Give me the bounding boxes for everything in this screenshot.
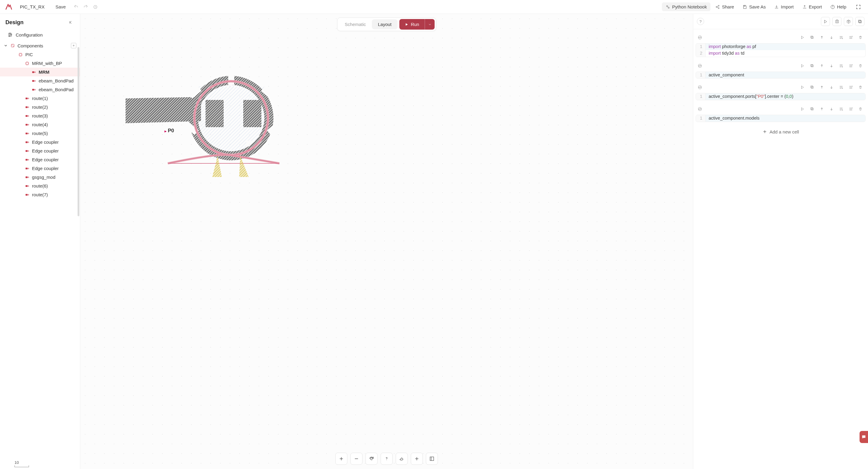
tree-item[interactable]: route(5) bbox=[0, 129, 80, 138]
move-down-button[interactable] bbox=[828, 62, 835, 70]
copy-cell-button[interactable] bbox=[808, 83, 816, 91]
tree-item[interactable]: ebeam_BondPad bbox=[0, 85, 80, 94]
save-button[interactable]: Save bbox=[52, 2, 69, 11]
svg-point-34 bbox=[28, 142, 29, 143]
export-button[interactable]: Export bbox=[799, 2, 826, 11]
insert-below-button[interactable] bbox=[847, 33, 855, 41]
move-down-button[interactable] bbox=[828, 105, 835, 113]
cube-button[interactable] bbox=[844, 17, 853, 26]
tree-item[interactable]: Edge coupler bbox=[0, 138, 80, 146]
run-cell-button[interactable] bbox=[799, 62, 806, 70]
tree-item[interactable]: Edge coupler bbox=[0, 146, 80, 155]
insert-below-button[interactable] bbox=[847, 62, 855, 70]
tree-item[interactable]: route(6) bbox=[0, 181, 80, 190]
eraser-button[interactable] bbox=[396, 453, 408, 465]
copy-cell-button[interactable] bbox=[808, 105, 816, 113]
tree-item[interactable]: Edge coupler bbox=[0, 164, 80, 173]
run-dropdown-button[interactable] bbox=[425, 19, 435, 30]
canvas-help-button[interactable] bbox=[380, 453, 393, 465]
add-component-button[interactable]: + bbox=[71, 43, 76, 48]
tree-item[interactable]: MRM bbox=[0, 68, 80, 77]
insert-above-button[interactable] bbox=[837, 33, 845, 41]
insert-above-button[interactable] bbox=[837, 105, 845, 113]
tree-item-label: gsgsg_mod bbox=[32, 175, 56, 180]
components-header[interactable]: Components + bbox=[0, 41, 80, 50]
run-cell-button[interactable] bbox=[799, 33, 806, 41]
sidebar-collapse-button[interactable] bbox=[67, 19, 74, 26]
move-up-button[interactable] bbox=[818, 83, 826, 91]
share-button[interactable]: Share bbox=[712, 2, 738, 11]
run-all-button[interactable] bbox=[821, 17, 830, 26]
history-button[interactable] bbox=[91, 3, 100, 11]
tab-layout[interactable]: Layout bbox=[372, 19, 398, 29]
copy-cell-button[interactable] bbox=[808, 33, 816, 41]
layout-canvas[interactable]: Schematic Layout Run bbox=[80, 14, 693, 469]
delete-cell-button[interactable] bbox=[857, 33, 864, 41]
run-cell-button[interactable] bbox=[799, 83, 806, 91]
undo-button[interactable] bbox=[72, 3, 80, 11]
tree-item[interactable]: MRM_with_BP bbox=[0, 59, 80, 68]
svg-point-3 bbox=[716, 6, 717, 7]
code-line[interactable]: 1active_component.models bbox=[696, 115, 865, 122]
zoom-out-button[interactable] bbox=[350, 453, 363, 465]
svg-point-10 bbox=[11, 34, 12, 35]
code-line[interactable]: 2import tidy3d as td bbox=[696, 50, 865, 57]
help-button[interactable]: Help bbox=[827, 2, 850, 11]
tree-item[interactable]: PIC bbox=[0, 50, 80, 59]
move-down-button[interactable] bbox=[828, 83, 835, 91]
fit-button[interactable] bbox=[426, 453, 438, 465]
run-button[interactable]: Run bbox=[399, 19, 425, 30]
fullscreen-button[interactable] bbox=[854, 2, 863, 12]
move-up-button[interactable] bbox=[818, 62, 826, 70]
notebook-help-button[interactable]: ? bbox=[697, 18, 704, 25]
save-as-button[interactable]: Save As bbox=[739, 2, 769, 11]
tree-item[interactable]: route(7) bbox=[0, 190, 80, 199]
tree-item[interactable]: route(3) bbox=[0, 112, 80, 120]
add-button[interactable] bbox=[411, 453, 423, 465]
python-notebook-button[interactable]: Python Notebook bbox=[662, 2, 710, 11]
run-cell-button[interactable] bbox=[799, 105, 806, 113]
delete-cell-button[interactable] bbox=[857, 105, 864, 113]
notebook-cell: 1import photonforge as pf2import tidy3d … bbox=[696, 33, 866, 57]
insert-below-button[interactable] bbox=[847, 83, 855, 91]
feedback-button[interactable] bbox=[860, 431, 868, 443]
chip-icon bbox=[18, 52, 23, 57]
tree-item[interactable]: route(4) bbox=[0, 120, 80, 129]
delete-cell-button[interactable] bbox=[857, 83, 864, 91]
insert-above-button[interactable] bbox=[837, 62, 845, 70]
component-tree: Components + PICMRM_with_BPMRMebeam_Bond… bbox=[0, 41, 80, 469]
configuration-row[interactable]: Configuration bbox=[0, 29, 80, 41]
import-button[interactable]: Import bbox=[771, 2, 797, 11]
code-block[interactable]: 1import photonforge as pf2import tidy3d … bbox=[696, 43, 866, 57]
delete-cell-button[interactable] bbox=[857, 62, 864, 70]
move-up-button[interactable] bbox=[818, 33, 826, 41]
save-as-label: Save As bbox=[749, 4, 766, 9]
tree-item[interactable]: Edge coupler bbox=[0, 155, 80, 164]
refresh-button[interactable] bbox=[366, 453, 378, 465]
notebook-cell: 1active_component.models bbox=[696, 105, 866, 122]
tree-item[interactable]: gsgsg_mod bbox=[0, 173, 80, 181]
code-block[interactable]: 1active_component.ports["P0"].center = (… bbox=[696, 93, 866, 100]
insert-below-button[interactable] bbox=[847, 105, 855, 113]
tab-schematic[interactable]: Schematic bbox=[339, 19, 372, 29]
code-line[interactable]: 1import photonforge as pf bbox=[696, 43, 865, 50]
redo-button[interactable] bbox=[82, 3, 90, 11]
code-line[interactable]: 1active_component.ports["P0"].center = (… bbox=[696, 93, 865, 100]
move-up-button[interactable] bbox=[818, 105, 826, 113]
copy-all-button[interactable] bbox=[855, 17, 864, 26]
zoom-in-button[interactable] bbox=[335, 453, 347, 465]
code-block[interactable]: 1active_component bbox=[696, 71, 866, 79]
canvas-toolbar bbox=[335, 453, 438, 465]
code-block[interactable]: 1active_component.models bbox=[696, 115, 866, 122]
add-cell-button[interactable]: Add a new cell bbox=[696, 126, 866, 138]
tree-item[interactable]: ebeam_BondPad bbox=[0, 77, 80, 85]
export-notebook-button[interactable] bbox=[832, 17, 841, 26]
copy-cell-button[interactable] bbox=[808, 62, 816, 70]
tree-item[interactable]: route(2) bbox=[0, 103, 80, 112]
tree-item[interactable]: route(1) bbox=[0, 94, 80, 103]
code-line[interactable]: 1active_component bbox=[696, 72, 865, 79]
insert-above-button[interactable] bbox=[837, 83, 845, 91]
sidebar-scrollbar[interactable] bbox=[78, 47, 80, 216]
move-down-button[interactable] bbox=[828, 33, 835, 41]
python-notebook-label: Python Notebook bbox=[672, 4, 707, 9]
